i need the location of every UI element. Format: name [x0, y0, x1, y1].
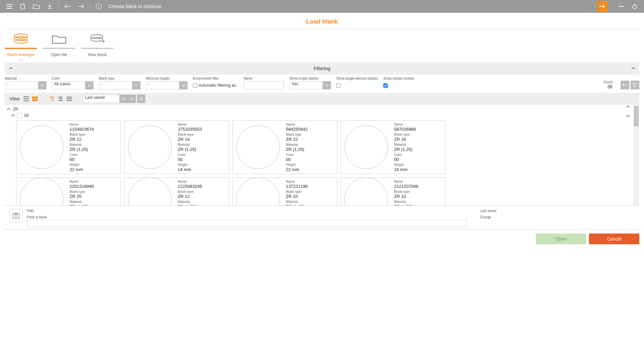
folder-icon: [51, 32, 67, 46]
blank-preview: [125, 121, 175, 174]
path-label: Path: [27, 209, 467, 213]
env-label: Environment filter: [193, 77, 238, 80]
collapse-material[interactable]: [7, 108, 11, 111]
blank-card[interactable]: Name1154823674 Blank typeZR 22 MaterialZ…: [16, 120, 121, 174]
group-material-row: ZR: [5, 105, 633, 112]
filter-refresh-button[interactable]: [631, 81, 639, 89]
parts-label: Parts in blank: [27, 215, 467, 219]
vertical-scrollbar[interactable]: [633, 105, 639, 205]
blank-meta: Name2121207098 Blank typeZR 10 MaterialZ…: [391, 178, 445, 205]
dropdown-button[interactable]: [132, 81, 140, 89]
disc-plus-icon: [89, 32, 105, 46]
collapse-filter-right[interactable]: [631, 67, 635, 70]
sort-select[interactable]: Last saved: [83, 95, 120, 103]
sort-dir-button[interactable]: [128, 95, 136, 103]
toolbar-message: Choose blank to continue.: [108, 4, 163, 9]
blank-card[interactable]: Name2121207098 Blank typeZR 10 MaterialZ…: [341, 177, 445, 205]
sort-refresh-button[interactable]: [137, 95, 145, 103]
power-button[interactable]: [628, 0, 641, 13]
blank-meta: Name584255842 Blank typeZR 22 MaterialZR…: [283, 121, 337, 174]
filter-back-button[interactable]: [620, 81, 629, 89]
menu-button[interactable]: [3, 0, 16, 13]
tab-open-file[interactable]: Open file: [43, 32, 75, 59]
blank-card[interactable]: Name1225982036 Blank typeZR 12 MaterialZ…: [124, 177, 229, 205]
open-folder-button[interactable]: [30, 0, 43, 13]
blank-meta: Name1154823674 Blank typeZR 22 MaterialZ…: [67, 121, 121, 174]
group-color-label: 00: [24, 113, 29, 118]
name-label: Name: [244, 77, 284, 80]
material-select[interactable]: -: [5, 81, 38, 89]
blank-card[interactable]: Name137221196 Blank typeZR 10 MaterialZR…: [232, 177, 337, 205]
blank-card[interactable]: Name587036966 Blank typeZR 16 MaterialZR…: [341, 120, 445, 174]
new-file-button[interactable]: [16, 0, 30, 13]
dropdown-button[interactable]: [120, 95, 128, 103]
row-collapse-2[interactable]: [626, 115, 630, 118]
svg-point-5: [14, 39, 28, 43]
group-tree-icon[interactable]: [48, 95, 55, 102]
minheight-select[interactable]: -: [146, 81, 179, 89]
blank-meta: Name1225982036 Blank typeZR 12 MaterialZ…: [175, 178, 229, 205]
view-grid-icon[interactable]: [32, 95, 38, 102]
blank-meta: Name137221196 Blank typeZR 10 MaterialZR…: [283, 178, 337, 205]
group-none-icon[interactable]: [66, 95, 73, 102]
name-input[interactable]: [244, 81, 284, 89]
blank-preview: [16, 121, 67, 174]
view-list-icon[interactable]: [23, 95, 30, 102]
group-material-label: ZR: [13, 107, 18, 112]
svg-rect-14: [15, 213, 17, 214]
row-collapse-1[interactable]: [626, 106, 630, 108]
minheight-label: Minimum height: [146, 77, 187, 80]
dropdown-button[interactable]: [323, 81, 331, 89]
tabs: Blank manager Open file New blank: [0, 29, 644, 59]
charge-label: Charge: [480, 215, 635, 219]
minimize-button[interactable]: [614, 0, 628, 13]
tab-blank-manager[interactable]: Blank manager: [5, 32, 37, 59]
filter-material: Material -: [5, 77, 46, 89]
material-label: Material: [5, 77, 46, 80]
discs-icon: [13, 32, 29, 46]
brand-button[interactable]: [597, 1, 608, 12]
back-button[interactable]: [61, 0, 74, 13]
info-icon: [92, 0, 105, 13]
path-field: Path: [27, 209, 467, 213]
dropdown-button[interactable]: [179, 81, 187, 89]
group-flat-icon[interactable]: [57, 95, 64, 102]
lastsaved-label: Last saved: [480, 209, 635, 213]
color-select[interactable]: All colors: [52, 81, 85, 89]
single-label: Show single element blanks: [336, 77, 378, 80]
empty-select[interactable]: Yes: [289, 81, 323, 89]
blank-preview: [341, 121, 391, 174]
env-checkbox[interactable]: [193, 83, 197, 88]
blank-card[interactable]: Name3751035553 Blank typeZR 14 MaterialZ…: [124, 120, 229, 174]
collapse-filter-left[interactable]: [9, 67, 13, 70]
single-checkbox[interactable]: [336, 83, 341, 88]
parts-input[interactable]: [27, 220, 467, 227]
dropdown-button[interactable]: [38, 81, 46, 89]
open-button[interactable]: Open: [536, 234, 586, 244]
blank-preview: [233, 178, 283, 205]
count-value: 38: [607, 84, 612, 89]
collapse-color[interactable]: [11, 114, 15, 117]
scrollbar-thumb[interactable]: [634, 106, 639, 126]
dropdown-button[interactable]: [85, 81, 93, 89]
forward-button[interactable]: [74, 0, 88, 13]
tab-new-blank[interactable]: New blank: [81, 32, 114, 59]
toolbar-divider: [90, 3, 90, 10]
blank-card[interactable]: Name584255842 Blank typeZR 22 MaterialZR…: [232, 120, 337, 174]
filter-empty: Show empty blanks Yes: [289, 77, 331, 89]
color-swatch: [17, 113, 22, 118]
footer: Open Cancel: [0, 229, 644, 248]
camera-button[interactable]: [9, 209, 23, 222]
svg-point-13: [15, 215, 17, 217]
tab-pointer: [17, 59, 24, 62]
locked-checkbox[interactable]: [383, 83, 388, 88]
filter-header: Filtering: [5, 62, 639, 75]
view-label: View: [9, 96, 19, 101]
blanktype-select[interactable]: -: [99, 81, 132, 89]
filter-env: Environment filter Automatic filtering a…: [193, 77, 238, 89]
page-title: Load blank: [5, 13, 639, 29]
download-button[interactable]: [43, 0, 56, 13]
top-toolbar: Choose blank to continue.: [0, 0, 644, 13]
blank-card[interactable]: Name2201316946 Blank typeZR 25 MaterialZ…: [16, 177, 121, 205]
cancel-button[interactable]: Cancel: [589, 234, 639, 244]
